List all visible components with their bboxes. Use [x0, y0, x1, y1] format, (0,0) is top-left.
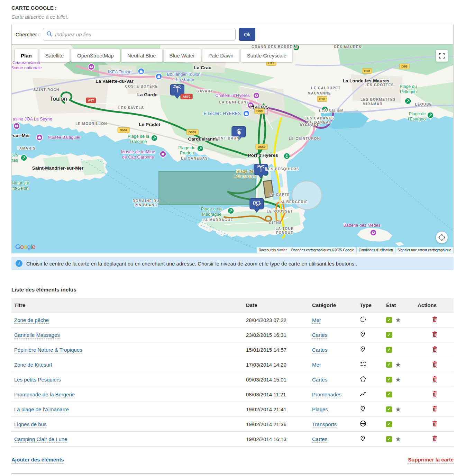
map-canvas[interactable]: [12, 45, 454, 253]
star-icon[interactable]: ★: [395, 361, 401, 368]
map-type-button-plan[interactable]: Plan: [15, 49, 38, 62]
element-title-link[interactable]: Pépinière Nature & Tropiques: [14, 347, 82, 353]
table-row: La plage de l'Almanarre19/02/2014 21:41P…: [11, 402, 454, 417]
element-title-link[interactable]: Cannelle Massages: [14, 332, 60, 339]
delete-element-button[interactable]: [432, 361, 437, 368]
element-category-link[interactable]: Cartes: [312, 347, 327, 353]
polyline-type-icon: [360, 390, 366, 397]
published-check-icon[interactable]: ✓: [386, 421, 392, 427]
add-elements-link[interactable]: Ajouter des éléments: [11, 457, 64, 464]
trash-icon: [432, 346, 437, 352]
element-category-link[interactable]: Promenades: [312, 392, 341, 398]
column-header-titre: Titre: [11, 298, 243, 313]
element-date: 09/03/2014 15:01: [243, 372, 309, 387]
elements-list-heading: Liste des éléments inclus: [11, 287, 454, 293]
delete-map-link[interactable]: Supprimer la carte: [408, 457, 454, 464]
star-icon[interactable]: ★: [395, 376, 401, 383]
published-check-icon[interactable]: ✓: [386, 332, 392, 338]
marker-type-icon: [360, 331, 366, 338]
delete-element-button[interactable]: [432, 391, 437, 397]
element-date: 23/02/2015 16:31: [243, 327, 309, 342]
elements-table: TitreDateCatégorieTypeÉtatActions Zone d…: [11, 298, 454, 447]
map-type-button-openstreetmap[interactable]: OpenStreetMap: [71, 49, 120, 62]
kml-type-icon: [360, 420, 366, 427]
star-icon[interactable]: ★: [395, 317, 401, 323]
pan-arrows-icon: [438, 234, 445, 241]
map-type-buttons: PlanSatelliteOpenStreetMapNeutral BlueBl…: [15, 49, 294, 62]
table-row: Lignes de bus19/02/2014 21:36Transports✓: [11, 417, 454, 432]
attribution-link[interactable]: Raccourcis clavier: [257, 247, 289, 253]
delete-element-button[interactable]: [432, 316, 437, 323]
trash-icon: [432, 406, 437, 412]
map-type-button-pale-dawn[interactable]: Pale Dawn: [202, 49, 239, 62]
table-header-row: TitreDateCatégorieTypeÉtatActions: [11, 298, 454, 313]
element-title-link[interactable]: Les petits Pesquiers: [14, 377, 61, 383]
delete-element-button[interactable]: [432, 421, 437, 427]
table-row: Pépinière Nature & Tropiques15/01/2015 1…: [11, 342, 454, 357]
star-icon[interactable]: ★: [395, 436, 401, 442]
search-label: Chercher :: [16, 32, 40, 37]
map-type-button-subtle-greyscale[interactable]: Subtle Greyscale: [241, 49, 292, 62]
published-check-icon[interactable]: ✓: [386, 406, 392, 412]
published-check-icon[interactable]: ✓: [386, 392, 392, 397]
attribution-link[interactable]: Signaler une erreur cartographique: [395, 247, 453, 253]
search-ok-button[interactable]: Ok: [239, 28, 255, 41]
polygon-type-icon: [360, 376, 366, 382]
delete-element-button[interactable]: [432, 376, 437, 383]
element-title-link[interactable]: Lignes de bus: [14, 421, 46, 428]
column-header-type: Type: [357, 298, 383, 313]
element-title-link[interactable]: Promenade de la Bergerie: [14, 392, 75, 398]
element-category-link[interactable]: Cartes: [312, 377, 327, 383]
marker-type-icon: [360, 346, 366, 352]
table-row: Zone de pêche28/04/2023 07:22Mer✓★: [11, 313, 454, 327]
attribution-link[interactable]: Données cartographiques ©2025 Google: [289, 247, 356, 253]
element-title-link[interactable]: Zone de Kitesurf: [14, 362, 52, 368]
published-check-icon[interactable]: ✓: [386, 317, 392, 323]
published-check-icon[interactable]: ✓: [386, 377, 392, 383]
trash-icon: [432, 376, 437, 382]
delete-element-button[interactable]: [432, 331, 437, 338]
elements-table-body: Zone de pêche28/04/2023 07:22Mer✓★Cannel…: [11, 313, 454, 447]
element-category-link[interactable]: Mer: [312, 317, 321, 324]
delete-element-button[interactable]: [432, 406, 437, 412]
search-input[interactable]: [43, 28, 236, 41]
element-category-link[interactable]: Cartes: [312, 332, 327, 339]
map-attribution: Raccourcis clavierDonnées cartographique…: [256, 247, 453, 253]
published-check-icon[interactable]: ✓: [386, 436, 392, 442]
info-text: Choisir le centre de la carte en la dépl…: [26, 261, 357, 267]
fullscreen-button[interactable]: [436, 50, 448, 62]
column-header-catégorie: Catégorie: [309, 298, 357, 313]
element-category-link[interactable]: Cartes: [312, 436, 327, 443]
table-row: Cannelle Massages23/02/2015 16:31Cartes✓: [11, 327, 454, 342]
page-title: CARTE GOOGLE :: [11, 5, 454, 11]
element-category-link[interactable]: Plages: [312, 406, 328, 413]
element-title-link[interactable]: Zone de pêche: [14, 317, 49, 324]
element-title-link[interactable]: La plage de l'Almanarre: [14, 406, 69, 413]
published-check-icon[interactable]: ✓: [386, 362, 392, 368]
column-header-état: État: [383, 298, 415, 313]
pan-control-button[interactable]: [436, 232, 448, 243]
element-date: 08/03/2014 11:21: [243, 387, 309, 402]
map-type-button-blue-water[interactable]: Blue Water: [164, 49, 201, 62]
google-logo: Google: [15, 243, 35, 251]
element-title-link[interactable]: Camping Clair de Lune: [14, 436, 67, 443]
element-category-link[interactable]: Transports: [312, 421, 337, 428]
marker-type-icon: [360, 405, 366, 412]
overlay-fishing-rectangle: [159, 171, 255, 205]
delete-element-button[interactable]: [432, 346, 437, 353]
trash-icon: [432, 316, 437, 322]
divider: [11, 474, 454, 474]
element-date: 19/02/2014 21:41: [243, 402, 309, 417]
map-search-bar: Chercher : Ok: [11, 24, 454, 45]
map-type-button-neutral-blue[interactable]: Neutral Blue: [121, 49, 162, 62]
delete-element-button[interactable]: [432, 435, 437, 442]
star-icon[interactable]: ★: [395, 406, 401, 413]
info-bar: i Choisir le centre de la carte en la dé…: [11, 257, 454, 270]
google-map[interactable]: ToulonHyèresLa Valette-du-VarLa GardeLa …: [11, 45, 454, 253]
map-type-button-satellite[interactable]: Satellite: [39, 49, 70, 62]
element-category-link[interactable]: Mer: [312, 362, 321, 368]
element-date: 19/02/2014 21:36: [243, 417, 309, 432]
attribution-link[interactable]: Conditions d'utilisation: [357, 247, 395, 253]
published-check-icon[interactable]: ✓: [386, 347, 392, 353]
marker-type-icon: [360, 435, 366, 442]
